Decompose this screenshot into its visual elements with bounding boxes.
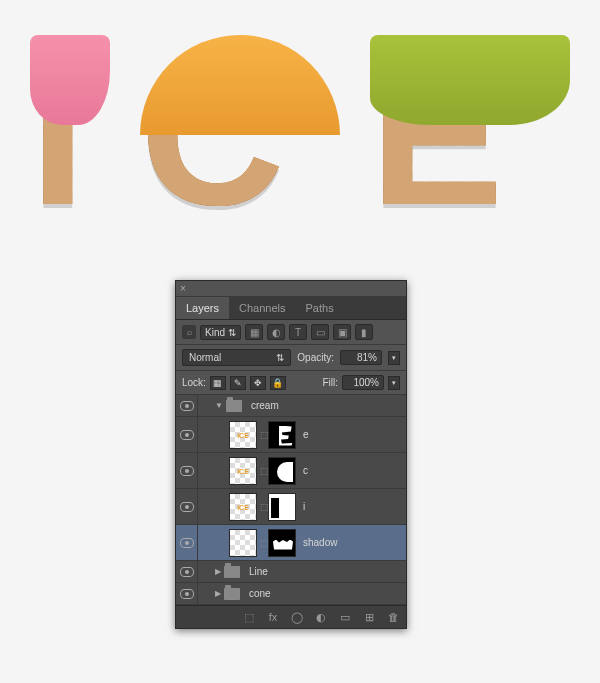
filter-shape-icon[interactable]: ▭ (311, 324, 329, 340)
new-group-icon[interactable]: ▭ (336, 610, 354, 624)
layer-name[interactable]: i (303, 501, 305, 512)
blend-mode-select[interactable]: Normal ⇅ (182, 349, 291, 366)
visibility-icon[interactable] (180, 502, 194, 512)
fill-dropdown-icon[interactable]: ▾ (388, 376, 400, 390)
fill-input[interactable]: 100% (342, 375, 384, 390)
disclosure-closed-icon[interactable]: ▶ (215, 589, 221, 598)
filter-adjustment-icon[interactable]: ◐ (267, 324, 285, 340)
mask-thumbnail[interactable] (268, 421, 296, 449)
layer-name[interactable]: Line (249, 566, 268, 577)
visibility-icon[interactable] (180, 589, 194, 599)
disclosure-open-icon[interactable]: ▼ (215, 401, 223, 410)
layer-e[interactable]: ⬚ e (176, 417, 406, 453)
kind-filter-select[interactable]: Kind ⇅ (200, 325, 241, 340)
chevron-updown-icon: ⇅ (228, 327, 236, 338)
lock-position-icon[interactable]: ✥ (250, 376, 266, 390)
ice-artwork: I C E (30, 20, 570, 250)
mask-link-icon[interactable]: ⬚ (260, 430, 268, 440)
layer-name[interactable]: cone (249, 588, 271, 599)
visibility-icon[interactable] (180, 538, 194, 548)
add-mask-icon[interactable]: ◯ (288, 610, 306, 624)
panel-footer: ⬚ fx ◯ ◐ ▭ ⊞ 🗑 (176, 605, 406, 628)
layer-name[interactable]: e (303, 429, 309, 440)
link-layers-icon[interactable]: ⬚ (240, 610, 258, 624)
lock-transparency-icon[interactable]: ▦ (210, 376, 226, 390)
tab-layers[interactable]: Layers (176, 297, 229, 319)
disclosure-closed-icon[interactable]: ▶ (215, 567, 221, 576)
blend-row: Normal ⇅ Opacity: 81% ▾ (176, 345, 406, 371)
trash-icon[interactable]: 🗑 (384, 610, 402, 624)
lock-all-icon[interactable]: 🔒 (270, 376, 286, 390)
mask-link-icon[interactable]: ⬚ (260, 538, 268, 548)
layers-list: ▼ cream ⬚ e ⬚ c ⬚ i (176, 395, 406, 605)
layer-name[interactable]: cream (251, 400, 279, 411)
layer-group-line[interactable]: ▶ Line (176, 561, 406, 583)
layer-thumbnail[interactable] (229, 457, 257, 485)
visibility-icon[interactable] (180, 567, 194, 577)
chevron-updown-icon: ⇅ (276, 352, 284, 363)
panel-close-bar: × (176, 281, 406, 297)
visibility-icon[interactable] (180, 401, 194, 411)
tab-channels[interactable]: Channels (229, 297, 295, 319)
adjustment-layer-icon[interactable]: ◐ (312, 610, 330, 624)
visibility-icon[interactable] (180, 430, 194, 440)
fill-label: Fill: (322, 377, 338, 388)
layers-panel: × Layers Channels Paths ⌕ Kind ⇅ ▦ ◐ T ▭… (175, 280, 407, 629)
layer-name[interactable]: c (303, 465, 308, 476)
layer-group-cream[interactable]: ▼ cream (176, 395, 406, 417)
filter-type-icon[interactable]: T (289, 324, 307, 340)
lock-row: Lock: ▦ ✎ ✥ 🔒 Fill: 100% ▾ (176, 371, 406, 395)
layer-i[interactable]: ⬚ i (176, 489, 406, 525)
opacity-label: Opacity: (297, 352, 334, 363)
mask-thumbnail[interactable] (268, 493, 296, 521)
layer-fx-icon[interactable]: fx (264, 610, 282, 624)
layer-thumbnail[interactable] (229, 529, 257, 557)
tab-paths[interactable]: Paths (296, 297, 344, 319)
filter-smartobject-icon[interactable]: ▣ (333, 324, 351, 340)
letter-c: C (140, 35, 340, 235)
layer-group-cone[interactable]: ▶ cone (176, 583, 406, 605)
folder-icon (224, 566, 240, 578)
mask-link-icon[interactable]: ⬚ (260, 502, 268, 512)
mask-thumbnail[interactable] (268, 529, 296, 557)
filter-toggle-icon[interactable]: ▮ (355, 324, 373, 340)
blend-mode-value: Normal (189, 352, 221, 363)
mask-thumbnail[interactable] (268, 457, 296, 485)
layer-thumbnail[interactable] (229, 421, 257, 449)
opacity-input[interactable]: 81% (340, 350, 382, 365)
filter-row: ⌕ Kind ⇅ ▦ ◐ T ▭ ▣ ▮ (176, 320, 406, 345)
panel-tabs: Layers Channels Paths (176, 297, 406, 320)
kind-label: Kind (205, 327, 225, 338)
letter-i: I (30, 35, 110, 235)
layer-thumbnail[interactable] (229, 493, 257, 521)
layer-name[interactable]: shadow (303, 537, 337, 548)
new-layer-icon[interactable]: ⊞ (360, 610, 378, 624)
filter-pixel-icon[interactable]: ▦ (245, 324, 263, 340)
letter-e: E (370, 35, 570, 235)
folder-icon (226, 400, 242, 412)
lock-label: Lock: (182, 377, 206, 388)
opacity-dropdown-icon[interactable]: ▾ (388, 351, 400, 365)
folder-icon (224, 588, 240, 600)
mask-link-icon[interactable]: ⬚ (260, 466, 268, 476)
layer-shadow[interactable]: ⬚ shadow (176, 525, 406, 561)
lock-image-icon[interactable]: ✎ (230, 376, 246, 390)
search-icon[interactable]: ⌕ (182, 325, 196, 339)
layer-c[interactable]: ⬚ c (176, 453, 406, 489)
visibility-icon[interactable] (180, 466, 194, 476)
close-icon[interactable]: × (180, 283, 186, 294)
